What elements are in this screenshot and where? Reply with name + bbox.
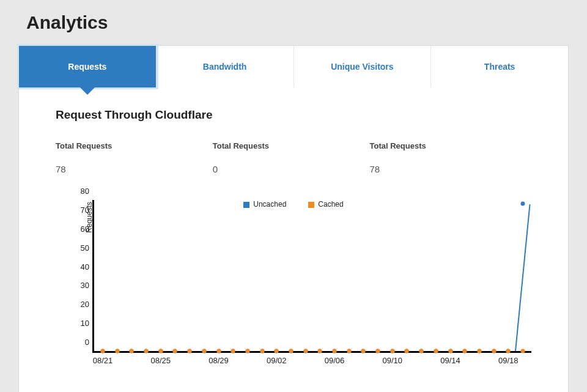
ytick: 50 (70, 243, 89, 252)
cached-point (260, 349, 264, 353)
xtick: 08/29 (209, 356, 229, 365)
uncached-point (521, 202, 525, 206)
stat-value: 78 (369, 164, 526, 174)
panel-title: Request Through Cloudflare (56, 108, 531, 122)
ytick: 70 (70, 205, 89, 214)
cached-point (231, 349, 235, 353)
tab-unique-visitors[interactable]: Unique Visitors (294, 46, 432, 87)
stat-total-requests-3: Total Requests 78 (369, 141, 526, 174)
ytick: 0 (70, 338, 89, 347)
analytics-card: Requests Bandwidth Unique Visitors Threa… (18, 45, 569, 392)
cached-point (506, 349, 511, 353)
cached-point (361, 349, 366, 353)
ytick: 40 (70, 262, 89, 271)
cached-point (434, 349, 438, 353)
cached-point (115, 349, 119, 353)
stat-label: Total Requests (369, 141, 526, 150)
plot-area: 0102030405060708008/2108/2508/2909/0209/… (92, 200, 531, 353)
page-title: Analytics (26, 12, 569, 33)
stat-label: Total Requests (213, 141, 370, 150)
stats-row: Total Requests 78 Total Requests 0 Total… (56, 141, 531, 174)
xtick: 09/02 (267, 356, 287, 365)
cached-point (318, 349, 322, 353)
cached-point (521, 349, 525, 353)
cached-point (144, 349, 149, 353)
cached-point (289, 349, 293, 353)
cached-point (448, 349, 452, 353)
ytick: 30 (70, 281, 89, 290)
cached-point (477, 349, 481, 353)
tab-threats[interactable]: Threats (431, 46, 568, 87)
cached-point (216, 349, 221, 353)
cached-point (390, 349, 394, 353)
cached-point (492, 349, 496, 353)
cached-point (101, 349, 105, 353)
tab-label: Bandwidth (203, 62, 247, 72)
ytick: 60 (70, 224, 89, 233)
ytick: 10 (70, 319, 89, 328)
ytick: 80 (70, 187, 89, 196)
xtick: 08/25 (150, 356, 171, 365)
cached-point (303, 349, 308, 353)
stat-total-requests-2: Total Requests 0 (213, 141, 370, 174)
stat-value: 0 (213, 164, 370, 174)
tab-label: Unique Visitors (331, 62, 393, 72)
xtick: 08/21 (93, 356, 113, 365)
tab-bandwidth[interactable]: Bandwidth (157, 46, 294, 87)
xtick: 09/14 (440, 356, 460, 365)
cached-point (419, 349, 424, 353)
stat-total-requests-1: Total Requests 78 (56, 141, 213, 174)
cached-point (245, 349, 249, 353)
cached-point (347, 349, 351, 353)
cached-point (202, 349, 206, 353)
stat-value: 78 (56, 164, 213, 174)
cached-point (188, 349, 192, 353)
cached-point (376, 349, 380, 353)
uncached-line-segment (515, 204, 531, 351)
xtick: 09/18 (498, 356, 519, 365)
tabs: Requests Bandwidth Unique Visitors Threa… (19, 46, 568, 87)
stat-label: Total Requests (56, 141, 213, 150)
cached-point (405, 349, 409, 353)
cached-point (333, 349, 337, 353)
chart: Requests 0102030405060708008/2108/2508/2… (56, 200, 531, 383)
xtick: 09/10 (383, 356, 403, 365)
ytick: 20 (70, 300, 89, 309)
cached-point (158, 349, 163, 353)
tab-requests[interactable]: Requests (19, 46, 157, 87)
cached-point (130, 349, 134, 353)
panel: Request Through Cloudflare Total Request… (19, 87, 568, 392)
tab-label: Threats (484, 62, 515, 72)
xtick: 09/06 (325, 356, 345, 365)
tab-label: Requests (68, 62, 106, 72)
cached-point (463, 349, 467, 353)
cached-point (173, 349, 177, 353)
cached-point (275, 349, 279, 353)
